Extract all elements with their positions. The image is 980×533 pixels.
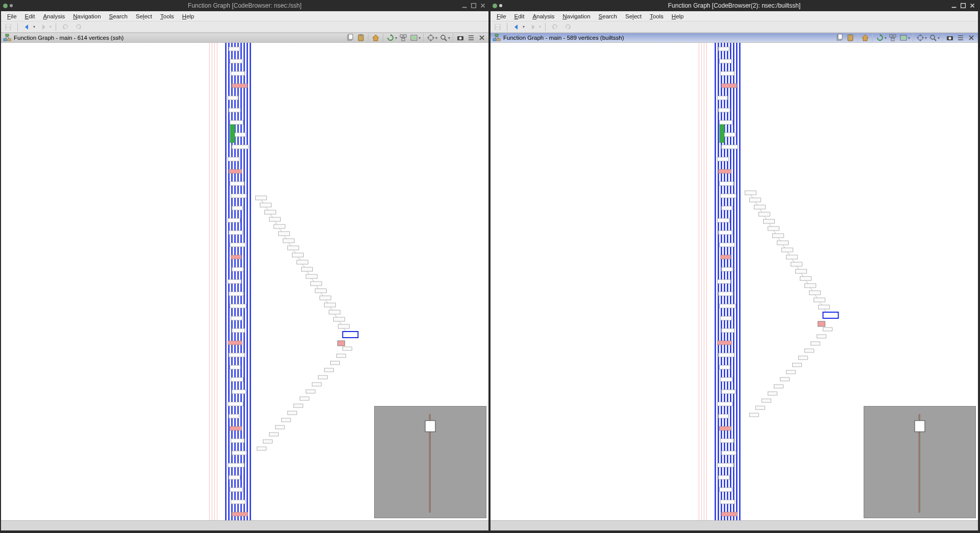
menu-select[interactable]: Select bbox=[622, 13, 645, 20]
svg-rect-180 bbox=[717, 218, 729, 222]
menu-navigation[interactable]: Navigation bbox=[70, 13, 104, 20]
pane-close-button[interactable] bbox=[967, 34, 976, 42]
svg-rect-178 bbox=[720, 194, 736, 198]
dropdown-caret-icon[interactable]: ▾ bbox=[938, 36, 940, 40]
dropdown-caret-icon[interactable]: ▾ bbox=[435, 36, 437, 40]
toolbar-separator bbox=[423, 34, 424, 42]
redo-button[interactable] bbox=[563, 22, 573, 32]
menu-edit[interactable]: Edit bbox=[22, 13, 38, 20]
svg-rect-214 bbox=[763, 219, 774, 223]
nav-forward-button[interactable] bbox=[38, 22, 48, 32]
window-titlebar[interactable]: Function Graph [CodeBrowser(2): nsec:/bu… bbox=[491, 0, 978, 11]
svg-rect-68 bbox=[228, 463, 244, 467]
svg-rect-181 bbox=[718, 231, 732, 235]
pane-title: Function Graph - main - 614 vertices (ss… bbox=[14, 35, 124, 41]
maximize-button[interactable] bbox=[960, 2, 967, 9]
nested-layout-button[interactable] bbox=[888, 34, 897, 42]
graph-canvas[interactable] bbox=[1, 43, 488, 520]
dropdown-caret-icon[interactable]: ▾ bbox=[33, 24, 35, 29]
menu-file[interactable]: File bbox=[4, 13, 20, 20]
svg-rect-37 bbox=[232, 84, 247, 88]
refresh-button[interactable] bbox=[386, 34, 395, 42]
dropdown-caret-icon[interactable]: ▾ bbox=[885, 36, 887, 40]
nav-forward-button[interactable] bbox=[528, 22, 538, 32]
graph-canvas[interactable] bbox=[491, 43, 978, 520]
dropdown-caret-icon[interactable]: ▾ bbox=[50, 24, 52, 29]
camera-button[interactable] bbox=[945, 34, 954, 42]
minimize-button[interactable] bbox=[950, 2, 958, 9]
svg-rect-203 bbox=[720, 500, 734, 504]
dropdown-caret-icon[interactable]: ▾ bbox=[448, 36, 450, 40]
window-menu-dot-icon[interactable] bbox=[10, 4, 13, 7]
svg-rect-98 bbox=[310, 282, 322, 286]
pane-titlebar[interactable]: Function Graph - main - 614 vertices (ss… bbox=[1, 33, 488, 43]
copy-button[interactable] bbox=[835, 34, 844, 42]
nested-layout-button[interactable] bbox=[399, 34, 408, 42]
svg-rect-216 bbox=[768, 226, 779, 231]
pane-close-button[interactable] bbox=[477, 34, 486, 42]
svg-rect-187 bbox=[719, 304, 736, 308]
svg-rect-167 bbox=[719, 59, 731, 63]
svg-rect-102 bbox=[320, 296, 331, 300]
menu-tools[interactable]: Tools bbox=[647, 13, 667, 20]
menu-help[interactable]: Help bbox=[669, 13, 687, 20]
dropdown-caret-icon[interactable]: ▾ bbox=[539, 24, 541, 29]
pane-menu-button[interactable] bbox=[467, 34, 476, 42]
menu-tools[interactable]: Tools bbox=[157, 13, 177, 20]
home-button[interactable] bbox=[371, 34, 380, 42]
save-button[interactable] bbox=[493, 22, 503, 32]
screenshot-button[interactable] bbox=[899, 34, 908, 42]
window-titlebar[interactable]: Function Graph [CodeBrowser: nsec:/ssh] bbox=[1, 0, 488, 11]
undo-button[interactable] bbox=[60, 22, 70, 32]
minimap[interactable] bbox=[374, 406, 486, 518]
close-window-button[interactable] bbox=[479, 2, 486, 9]
toolbar-separator bbox=[383, 34, 383, 42]
camera-button[interactable] bbox=[456, 34, 465, 42]
save-button[interactable] bbox=[3, 22, 13, 32]
crosshair-button[interactable] bbox=[426, 34, 435, 42]
minimize-button[interactable] bbox=[461, 2, 468, 9]
svg-rect-14 bbox=[402, 38, 405, 41]
menu-edit[interactable]: Edit bbox=[511, 13, 528, 20]
dropdown-caret-icon[interactable]: ▾ bbox=[395, 36, 397, 40]
menu-analysis[interactable]: Analysis bbox=[529, 13, 557, 20]
menu-help[interactable]: Help bbox=[179, 13, 198, 20]
svg-rect-121 bbox=[300, 397, 309, 400]
svg-rect-11 bbox=[360, 34, 362, 36]
copy-button[interactable] bbox=[346, 34, 355, 42]
pane-titlebar[interactable]: Function Graph - main - 589 vertices (bu… bbox=[491, 33, 978, 43]
crosshair-button[interactable] bbox=[916, 34, 925, 42]
zoom-button[interactable] bbox=[928, 34, 938, 42]
paste-button[interactable] bbox=[846, 34, 855, 42]
svg-rect-148 bbox=[901, 36, 905, 39]
pane-menu-button[interactable] bbox=[956, 34, 965, 42]
svg-rect-43 bbox=[228, 157, 239, 161]
nav-back-button[interactable] bbox=[511, 22, 522, 32]
dropdown-caret-icon[interactable]: ▾ bbox=[523, 24, 525, 29]
maximize-button[interactable] bbox=[470, 2, 477, 9]
dropdown-caret-icon[interactable]: ▾ bbox=[908, 36, 910, 40]
redo-button[interactable] bbox=[74, 22, 84, 32]
minimap[interactable] bbox=[864, 406, 976, 518]
svg-rect-135 bbox=[496, 24, 500, 27]
menu-navigation[interactable]: Navigation bbox=[559, 13, 593, 20]
zoom-button[interactable] bbox=[439, 34, 448, 42]
refresh-button[interactable] bbox=[875, 34, 885, 42]
close-window-button[interactable] bbox=[969, 2, 976, 9]
screenshot-button[interactable] bbox=[409, 34, 419, 42]
menu-select[interactable]: Select bbox=[133, 13, 155, 20]
minimap-view[interactable] bbox=[375, 407, 486, 518]
svg-rect-52 bbox=[232, 267, 243, 271]
menu-file[interactable]: File bbox=[494, 13, 509, 20]
minimap-view[interactable] bbox=[864, 407, 975, 518]
dropdown-caret-icon[interactable]: ▾ bbox=[925, 36, 927, 40]
undo-button[interactable] bbox=[550, 22, 560, 32]
home-button[interactable] bbox=[861, 34, 870, 42]
nav-back-button[interactable] bbox=[22, 22, 32, 32]
paste-button[interactable] bbox=[356, 34, 365, 42]
menu-search[interactable]: Search bbox=[106, 13, 131, 20]
window-menu-dot-icon[interactable] bbox=[499, 4, 502, 7]
menu-search[interactable]: Search bbox=[596, 13, 620, 20]
menu-analysis[interactable]: Analysis bbox=[40, 13, 68, 20]
dropdown-caret-icon[interactable]: ▾ bbox=[419, 36, 421, 40]
